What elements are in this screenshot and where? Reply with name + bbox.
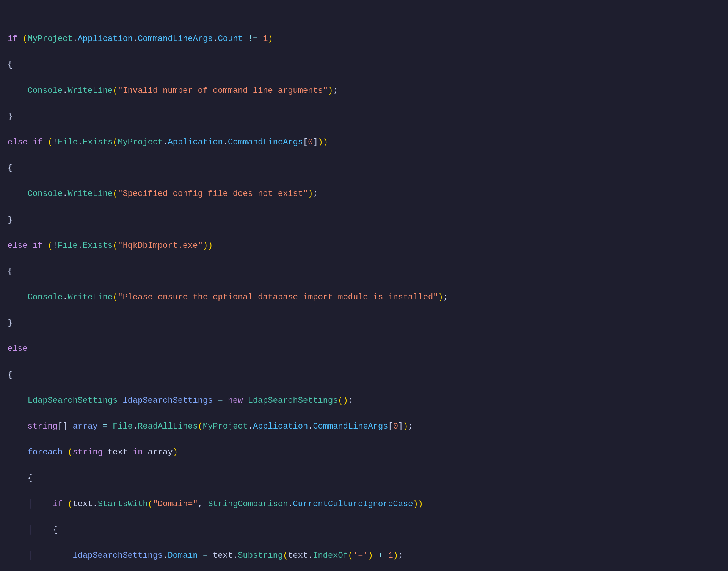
code-line-20: │ { — [8, 524, 720, 537]
code-line-17: foreach (string text in array) — [8, 446, 720, 459]
code-line-5: else if (!File.Exists(MyProject.Applicat… — [8, 136, 720, 149]
code-line-6: { — [8, 162, 720, 175]
code-line-8: } — [8, 214, 720, 227]
code-line-19: │ if (text.StartsWith("Domain=", StringC… — [8, 498, 720, 511]
code-line-21: │ ldapSearchSettings.Domain = text.Subst… — [8, 549, 720, 562]
code-line-14: { — [8, 369, 720, 382]
code-line-2: { — [8, 58, 720, 71]
code-line-12: } — [8, 317, 720, 330]
code-line-15: LdapSearchSettings ldapSearchSettings = … — [8, 394, 720, 407]
code-line-9: else if (!File.Exists("HqkDbImport.exe")… — [8, 239, 720, 252]
code-line-18: { — [8, 472, 720, 485]
code-line-13: else — [8, 343, 720, 355]
code-line-7: Console.WriteLine("Specified config file… — [8, 188, 720, 200]
code-line-4: } — [8, 110, 720, 123]
code-line-10: { — [8, 265, 720, 278]
code-line-16: string[] array = File.ReadAllLines(MyPro… — [8, 420, 720, 433]
code-editor: if (MyProject.Application.CommandLineArg… — [0, 4, 728, 571]
code-line-1: if (MyProject.Application.CommandLineArg… — [8, 33, 720, 45]
code-line-3: Console.WriteLine("Invalid number of com… — [8, 84, 720, 97]
code-line-11: Console.WriteLine("Please ensure the opt… — [8, 291, 720, 304]
